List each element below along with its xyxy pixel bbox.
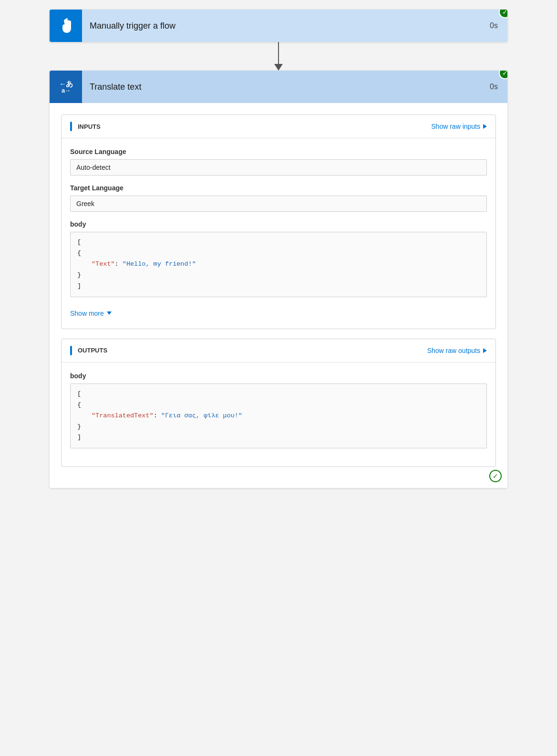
out-code-open-brace: { <box>77 401 81 408</box>
flow-container: Manually trigger a flow 0s ✓ ←あ a→ Trans… <box>50 10 507 746</box>
target-language-label: Target Language <box>70 184 487 192</box>
inputs-body: Source Language Auto-detect Target Langu… <box>62 138 495 329</box>
out-code-close-bracket: ] <box>77 434 81 441</box>
code-open-bracket: [ <box>77 238 81 246</box>
show-more-link[interactable]: Show more <box>70 306 487 319</box>
chevron-right-icon <box>483 124 487 129</box>
show-raw-inputs-link[interactable]: Show raw inputs <box>431 123 487 130</box>
action-icon-box: ←あ a→ <box>50 71 82 103</box>
action-step: ←あ a→ Translate text 0s ✓ INPUTS Show ra… <box>50 71 507 488</box>
out-code-close-brace: } <box>77 423 81 430</box>
action-header[interactable]: ←あ a→ Translate text 0s <box>50 71 507 103</box>
target-language-value: Greek <box>70 196 487 212</box>
trigger-step: Manually trigger a flow 0s ✓ <box>50 10 507 42</box>
outputs-body: body [ { "TranslatedText": "Γεια σας, φί… <box>62 362 495 467</box>
show-raw-outputs-link[interactable]: Show raw outputs <box>427 347 487 354</box>
trigger-icon-box <box>50 10 82 42</box>
code-close-bracket: ] <box>77 282 81 290</box>
source-language-value: Auto-detect <box>70 159 487 176</box>
body-code: [ { "Text": "Hello, my friend!" } ] <box>70 232 487 297</box>
trigger-title: Manually trigger a flow <box>82 21 480 31</box>
body-field: body [ { "Text": "Hello, my friend!" } ] <box>70 220 487 297</box>
outputs-section: OUTPUTS Show raw outputs body [ { <box>61 339 496 467</box>
out-code-key: "TranslatedText" <box>92 412 154 419</box>
code-key: "Text" <box>92 260 115 268</box>
target-language-field: Target Language Greek <box>70 184 487 212</box>
connector-line <box>278 42 279 64</box>
outputs-label: OUTPUTS <box>70 346 107 355</box>
output-body-field: body [ { "TranslatedText": "Γεια σας, φί… <box>70 372 487 449</box>
outputs-header: OUTPUTS Show raw outputs <box>62 339 495 362</box>
trigger-icon <box>57 17 74 34</box>
connector-arrow <box>274 42 283 71</box>
code-colon: : <box>115 260 123 268</box>
outputs-accent <box>70 346 72 355</box>
source-language-label: Source Language <box>70 148 487 155</box>
source-language-field: Source Language Auto-detect <box>70 148 487 176</box>
code-open-brace: { <box>77 249 81 257</box>
chevron-down-icon <box>107 311 112 315</box>
inputs-header: INPUTS Show raw inputs <box>62 115 495 138</box>
output-body-label: body <box>70 372 487 380</box>
out-code-colon: : <box>154 412 161 419</box>
out-code-open-bracket: [ <box>77 390 81 397</box>
inputs-section: INPUTS Show raw inputs Source Language A… <box>61 114 496 329</box>
connector-arrowhead <box>274 64 283 71</box>
output-body-code: [ { "TranslatedText": "Γεια σας, φίλε μο… <box>70 383 487 449</box>
action-body: INPUTS Show raw inputs Source Language A… <box>50 103 507 488</box>
action-duration: 0s <box>480 83 507 91</box>
out-code-value: "Γεια σας, φίλε μου!" <box>161 412 242 419</box>
action-title: Translate text <box>82 82 480 92</box>
code-value: "Hello, my friend!" <box>123 260 196 268</box>
inputs-label: INPUTS <box>70 122 101 131</box>
trigger-header[interactable]: Manually trigger a flow 0s <box>50 10 507 42</box>
inputs-accent <box>70 122 72 131</box>
chevron-right-outputs-icon <box>483 348 487 353</box>
code-close-brace: } <box>77 271 81 279</box>
body-label: body <box>70 220 487 228</box>
trigger-duration: 0s <box>480 21 507 30</box>
translate-icon: ←あ a→ <box>59 80 72 93</box>
